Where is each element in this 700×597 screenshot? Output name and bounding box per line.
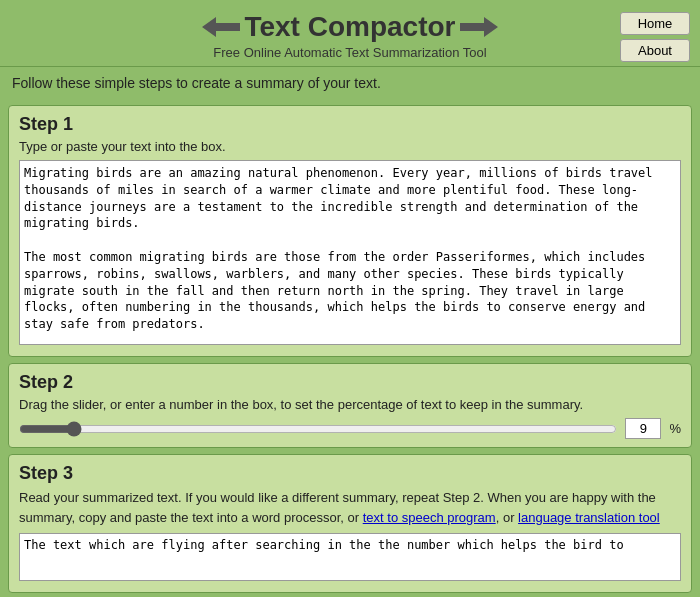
text-input[interactable] xyxy=(19,160,681,345)
percent-input[interactable] xyxy=(625,418,661,439)
step1-box: Step 1 Type or paste your text into the … xyxy=(8,105,692,357)
slider-container: % xyxy=(19,418,681,439)
step2-title: Step 2 xyxy=(19,372,681,393)
intro-text: Follow these simple steps to create a su… xyxy=(12,75,381,91)
step1-description: Type or paste your text into the box. xyxy=(19,139,681,154)
title-text: Text Compactor xyxy=(244,11,455,43)
right-arrow-icon xyxy=(460,17,498,37)
svg-marker-1 xyxy=(460,17,498,37)
header: Text Compactor Free Online Automatic Tex… xyxy=(0,0,700,66)
home-button[interactable]: Home xyxy=(620,12,690,35)
site-subtitle: Free Online Automatic Text Summarization… xyxy=(80,45,620,60)
step3-box: Step 3 Read your summarized text. If you… xyxy=(8,454,692,593)
step2-box: Step 2 Drag the slider, or enter a numbe… xyxy=(8,363,692,448)
percent-slider[interactable] xyxy=(19,419,617,439)
intro-section: Follow these simple steps to create a su… xyxy=(0,66,700,99)
percent-symbol: % xyxy=(669,421,681,436)
left-arrow-icon xyxy=(202,17,240,37)
step3-title: Step 3 xyxy=(19,463,681,484)
tts-link[interactable]: text to speech program xyxy=(363,510,496,525)
step3-desc-mid: , or xyxy=(496,510,518,525)
output-text[interactable] xyxy=(19,533,681,581)
translation-link[interactable]: language translation tool xyxy=(518,510,660,525)
step1-title: Step 1 xyxy=(19,114,681,135)
nav-buttons: Home About xyxy=(620,12,690,62)
svg-marker-0 xyxy=(202,17,240,37)
step2-description: Drag the slider, or enter a number in th… xyxy=(19,397,681,412)
step3-description: Read your summarized text. If you would … xyxy=(19,488,681,527)
about-button[interactable]: About xyxy=(620,39,690,62)
site-title: Text Compactor xyxy=(80,11,620,43)
header-center: Text Compactor Free Online Automatic Tex… xyxy=(80,11,620,60)
